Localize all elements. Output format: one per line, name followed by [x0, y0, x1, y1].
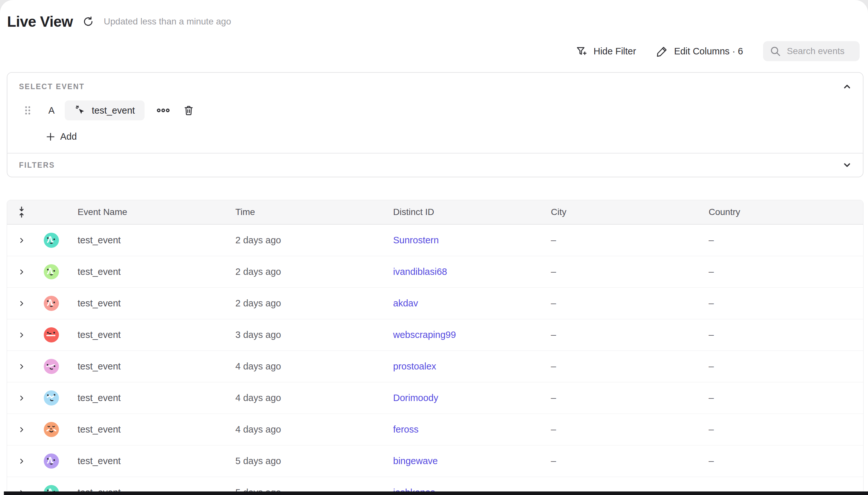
page-title: Live View [7, 13, 73, 30]
collapse-all-button[interactable] [7, 206, 36, 218]
cell-city: – [547, 424, 705, 435]
cell-city: – [547, 361, 705, 372]
avatar [44, 233, 59, 248]
cell-country: – [705, 424, 863, 435]
edit-columns-label: Edit Columns · 6 [674, 46, 743, 57]
add-event-button[interactable]: Add [46, 131, 77, 142]
select-event-section: SELECT EVENT A [7, 73, 863, 153]
search-events-input[interactable] [786, 46, 853, 57]
chevron-right-icon [18, 395, 25, 402]
cell-time: 4 days ago [232, 424, 389, 435]
chevron-up-icon [842, 82, 852, 91]
drag-handle-icon[interactable] [24, 106, 31, 115]
events-table: Event Name Time Distinct ID City Country… [7, 200, 864, 495]
event-options-button[interactable] [157, 108, 170, 113]
chevron-right-icon [18, 331, 25, 339]
table-row: test_event 5 days ago bingewave – – [7, 445, 863, 477]
cell-city: – [547, 393, 705, 403]
filters-label: FILTERS [19, 161, 55, 170]
cell-distinct-id-link[interactable]: bingewave [389, 456, 547, 466]
cell-country: – [705, 456, 863, 466]
expand-row-button[interactable] [7, 458, 36, 465]
table-row: test_event 2 days ago akdav – – [7, 288, 863, 319]
avatar [44, 454, 59, 468]
cell-time: 4 days ago [232, 361, 389, 372]
filter-plus-icon [575, 45, 588, 57]
chevron-right-icon [18, 269, 25, 275]
expand-row-button[interactable] [7, 237, 36, 244]
page-header: Live View Updated less than a minute ago [0, 0, 868, 30]
cell-distinct-id-link[interactable]: webscraping99 [389, 329, 547, 340]
cell-event-name: test_event [74, 267, 232, 277]
search-events-box[interactable] [763, 41, 860, 61]
table-row: test_event 3 days ago webscraping99 – – [7, 319, 863, 351]
cell-city: – [547, 329, 705, 340]
cell-distinct-id-link[interactable]: prostoalex [389, 361, 547, 372]
select-event-label: SELECT EVENT [19, 82, 85, 91]
refresh-button[interactable] [81, 15, 95, 29]
updated-status: Updated less than a minute ago [104, 16, 231, 27]
cell-event-name: test_event [74, 393, 232, 403]
cell-event-name: test_event [74, 424, 232, 435]
cell-time: 2 days ago [232, 235, 389, 245]
table-row: test_event 4 days ago Dorimoody – – [7, 382, 863, 414]
event-chip-label: test_event [92, 105, 135, 116]
edit-columns-button[interactable]: Edit Columns · 6 [656, 45, 743, 57]
cell-event-name: test_event [74, 235, 232, 245]
cursor-click-icon [74, 104, 87, 117]
cell-distinct-id-link[interactable]: Sunrostern [389, 235, 547, 245]
avatar [44, 264, 59, 279]
hide-filter-label: Hide Filter [593, 46, 636, 57]
cell-distinct-id-link[interactable]: Dorimoody [389, 393, 547, 403]
chevron-right-icon [18, 426, 25, 433]
column-header-distinct-id[interactable]: Distinct ID [389, 207, 547, 217]
filters-section: FILTERS [7, 154, 863, 177]
expand-row-button[interactable] [7, 300, 36, 307]
cell-country: – [705, 393, 863, 403]
expand-row-button[interactable] [7, 426, 36, 433]
cell-distinct-id-link[interactable]: feross [389, 424, 547, 435]
column-header-country[interactable]: Country [705, 207, 863, 217]
bottom-edge-bar [4, 492, 868, 495]
expand-row-button[interactable] [7, 269, 36, 275]
chevron-right-icon [18, 300, 25, 307]
cell-distinct-id-link[interactable]: ivandiblasi68 [389, 267, 547, 277]
avatar [44, 390, 59, 406]
expand-row-button[interactable] [7, 395, 36, 402]
cell-country: – [705, 267, 863, 277]
trash-icon [183, 105, 194, 116]
toolbar: Hide Filter Edit Columns · 6 [0, 30, 868, 61]
expand-row-button[interactable] [7, 331, 36, 339]
column-header-time[interactable]: Time [232, 207, 389, 217]
avatar [44, 359, 59, 374]
plus-icon [46, 132, 56, 142]
cell-event-name: test_event [74, 298, 232, 309]
cell-city: – [547, 456, 705, 466]
cell-time: 4 days ago [232, 393, 389, 403]
event-select-chip[interactable]: test_event [65, 100, 144, 120]
three-dots-icon [157, 108, 170, 113]
table-row: test_event 4 days ago prostoalex – – [7, 351, 863, 382]
event-row-letter: A [47, 105, 56, 116]
hide-filter-button[interactable]: Hide Filter [575, 45, 636, 57]
column-header-event-name[interactable]: Event Name [74, 207, 232, 217]
collapse-section-button[interactable] [842, 82, 852, 91]
cell-city: – [547, 235, 705, 245]
column-header-city[interactable]: City [547, 207, 705, 217]
cell-event-name: test_event [74, 456, 232, 466]
avatar [44, 327, 59, 342]
table-row: test_event 2 days ago Sunrostern – – [7, 225, 863, 256]
table-row: test_event 4 days ago feross – – [7, 414, 863, 445]
cell-time: 2 days ago [232, 267, 389, 277]
expand-row-button[interactable] [7, 363, 36, 370]
cell-country: – [705, 361, 863, 372]
table-row: test_event 2 days ago ivandiblasi68 – – [7, 256, 863, 288]
pencil-icon [656, 45, 668, 57]
delete-event-button[interactable] [183, 105, 194, 116]
chevron-right-icon [18, 363, 25, 370]
expand-filters-button[interactable] [842, 160, 852, 170]
event-row-a: A test_event [24, 100, 852, 120]
cell-distinct-id-link[interactable]: akdav [389, 298, 547, 309]
chevron-right-icon [18, 237, 25, 244]
cell-country: – [705, 235, 863, 245]
